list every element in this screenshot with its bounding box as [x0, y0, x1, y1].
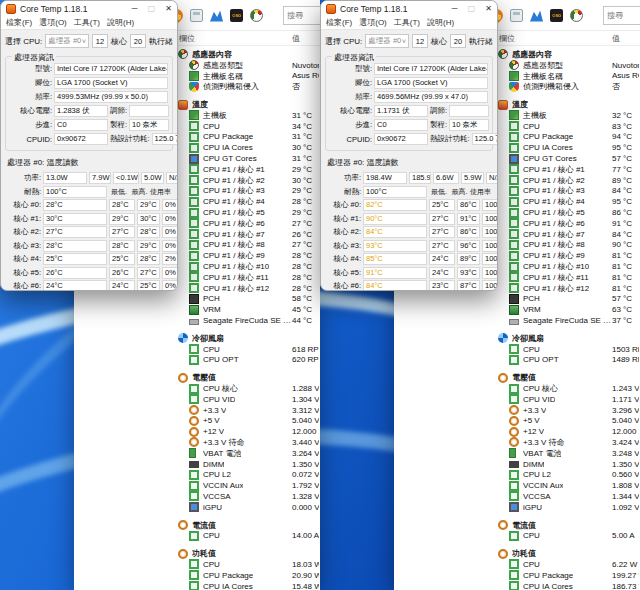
- sensor-row[interactable]: CPU14.00 A: [74, 530, 320, 541]
- sensor-row[interactable]: CPU1503 RPM: [394, 344, 640, 355]
- title-bar[interactable]: Core Temp 1.18.1 ─ ▢ ✕: [321, 1, 497, 16]
- sensor-row[interactable]: +12 V12.000 V: [394, 426, 640, 437]
- sensor-label: CPU #1 / 核心 #4: [523, 196, 585, 207]
- search-input[interactable]: [283, 6, 320, 25]
- sensor-row[interactable]: VCCIN Aux1.792 V: [74, 480, 320, 491]
- sensor-row[interactable]: CPU VID1.171 V: [394, 394, 640, 405]
- sensor-row[interactable]: +3.3 V 待命3.424 V: [394, 437, 640, 448]
- sensor-row[interactable]: Seagate FireCuda SE SSD ZP...44 °C: [74, 315, 320, 326]
- volt-icon: [498, 373, 508, 383]
- osd-icon[interactable]: OSD: [550, 9, 563, 22]
- chart-icon[interactable]: [530, 9, 543, 22]
- sensor-row[interactable]: CPU5.00 A: [394, 530, 640, 541]
- core-label: 核心 #5:: [5, 268, 41, 278]
- sensor-label: +5 V: [203, 416, 220, 425]
- section-label: 溫度: [192, 99, 208, 110]
- sensor-row[interactable]: PCH57 °C: [394, 294, 640, 305]
- sensor-section-row[interactable]: 電壓值: [394, 372, 640, 383]
- sensor-row[interactable]: iGPU0.000 V: [74, 502, 320, 513]
- sensor-section-row[interactable]: 電壓值: [74, 372, 320, 383]
- menu-item-tools[interactable]: 工具(T): [74, 17, 100, 28]
- sensor-row[interactable]: +12 V12.000 V: [74, 426, 320, 437]
- sensor-row[interactable]: DIMM1.350 V: [394, 459, 640, 470]
- sensor-section-row[interactable]: 冷卻風扇: [394, 333, 640, 344]
- sensor-row[interactable]: PCH58 °C: [74, 294, 320, 305]
- processor-info-group: 處理器資訊 型號: Intel Core i7 12700K (Alder La…: [5, 56, 173, 151]
- sensor-row[interactable]: +3.3 V3.296 V: [394, 405, 640, 416]
- search-input[interactable]: [603, 6, 640, 25]
- sensor-label: VRM: [203, 305, 221, 314]
- menu-item-tools[interactable]: 工具(T): [394, 17, 420, 28]
- sensor-value: 否: [292, 81, 319, 92]
- sensor-row[interactable]: CPU VID1.304 V: [74, 394, 320, 405]
- sensor-section-row[interactable]: 功耗值: [74, 548, 320, 559]
- sensor-section-row[interactable]: 冷卻風扇: [74, 333, 320, 344]
- sensor-row[interactable]: VCCSA1.344 V: [394, 491, 640, 502]
- menu-item-help[interactable]: 說明(H): [107, 17, 134, 28]
- cpu-select-combo[interactable]: 處理器 #0 ˅: [45, 34, 89, 48]
- sensor-row[interactable]: +3.3 V3.312 V: [74, 405, 320, 416]
- menu-item-help[interactable]: 說明(H): [427, 17, 454, 28]
- menu-item-file[interactable]: 檔案(F): [6, 17, 32, 28]
- sensor-row[interactable]: DIMM1.350 V: [74, 459, 320, 470]
- menu-item-file[interactable]: 檔案(F): [326, 17, 352, 28]
- minimize-button[interactable]: ─: [446, 1, 463, 16]
- clipboard-icon[interactable]: [190, 9, 203, 22]
- sensor-row[interactable]: CPU OPT1489 RPM: [394, 355, 640, 366]
- sensor-row[interactable]: +5 V5.040 V: [394, 416, 640, 427]
- sensor-value: 29 °C: [292, 208, 319, 217]
- sensor-row[interactable]: CPU L20.560 V: [394, 469, 640, 480]
- cpu-select-combo[interactable]: 處理器 #0 ˅: [365, 34, 409, 48]
- sensor-section-row[interactable]: 電流值: [394, 520, 640, 531]
- sensor-row[interactable]: CPU L20.072 V: [74, 469, 320, 480]
- sensor-row[interactable]: CPU Package199.27 W: [394, 570, 640, 581]
- sensor-row[interactable]: VBAT 電池3.264 V: [74, 448, 320, 459]
- sensor-row[interactable]: CPU18.03 W: [74, 559, 320, 570]
- window-title: Core Temp 1.18.1: [340, 4, 407, 14]
- sensor-row[interactable]: CPU618 RPM: [74, 344, 320, 355]
- gauge-icon[interactable]: [250, 9, 263, 22]
- sensor-row[interactable]: CPU IA Cores15.48 W: [74, 581, 320, 590]
- sensor-row[interactable]: CPU IA Cores186.73 W: [394, 581, 640, 590]
- sensor-row[interactable]: CPU OPT620 RPM: [74, 355, 320, 366]
- sensor-section-row[interactable]: 電流值: [74, 520, 320, 531]
- maximize-button[interactable]: ▢: [143, 1, 160, 16]
- menu-item-options[interactable]: 選項(O): [359, 17, 387, 28]
- close-button[interactable]: ✕: [160, 1, 177, 16]
- column-header-field: 欄位: [179, 33, 195, 44]
- sensor-label: +12 V: [203, 427, 224, 436]
- sensor-row[interactable]: Seagate FireCuda SE SSD ZP...37 °C: [394, 315, 640, 326]
- sensor-row[interactable]: VCCSA1.328 V: [74, 491, 320, 502]
- sensor-row[interactable]: VBAT 電池3.248 V: [394, 448, 640, 459]
- sensor-label: CPU #1 / 核心 #1: [203, 164, 265, 175]
- sensor-row[interactable]: CPU Package20.90 W: [74, 570, 320, 581]
- gauge-icon[interactable]: [570, 9, 583, 22]
- power-value: N/A: [166, 172, 178, 184]
- close-button[interactable]: ✕: [480, 1, 497, 16]
- cores-count-field: 12: [92, 34, 108, 48]
- minimize-button[interactable]: ─: [126, 1, 143, 16]
- title-bar[interactable]: Core Temp 1.18.1 ─ ▢ ✕: [1, 1, 177, 16]
- sensor-value: 86 °C: [612, 208, 639, 217]
- sensor-label: CPU #1 / 核心 #2: [523, 175, 585, 186]
- sensor-row[interactable]: iGPU1.092 V: [394, 502, 640, 513]
- stepping-label: 步進:: [330, 120, 372, 130]
- sensor-row[interactable]: CPU6.22 W: [394, 559, 640, 570]
- sensor-row[interactable]: CPU 核心1.288 V: [74, 383, 320, 394]
- sensor-row[interactable]: VRM45 °C: [74, 304, 320, 315]
- sensor-value: 95 °C: [612, 143, 639, 152]
- sensor-row[interactable]: CPU 核心1.243 V: [394, 383, 640, 394]
- maximize-button[interactable]: ▢: [463, 1, 480, 16]
- sensor-row[interactable]: +3.3 V 待命3.440 V: [74, 437, 320, 448]
- chart-icon[interactable]: [210, 9, 223, 22]
- frequency-field: 4699.56MHz (99.99 x 47.0): [374, 91, 488, 103]
- sensor-section-row[interactable]: 功耗值: [394, 548, 640, 559]
- volt-icon: [189, 405, 199, 415]
- clipboard-icon[interactable]: [510, 9, 523, 22]
- menu-item-options[interactable]: 選項(O): [39, 17, 67, 28]
- sensor-row[interactable]: +5 V5.040 V: [74, 416, 320, 427]
- sensor-row[interactable]: VCCIN Aux1.808 V: [394, 480, 640, 491]
- sensor-row[interactable]: VRM63 °C: [394, 304, 640, 315]
- osd-icon[interactable]: OSD: [230, 9, 243, 22]
- section-label: 電流值: [192, 520, 216, 531]
